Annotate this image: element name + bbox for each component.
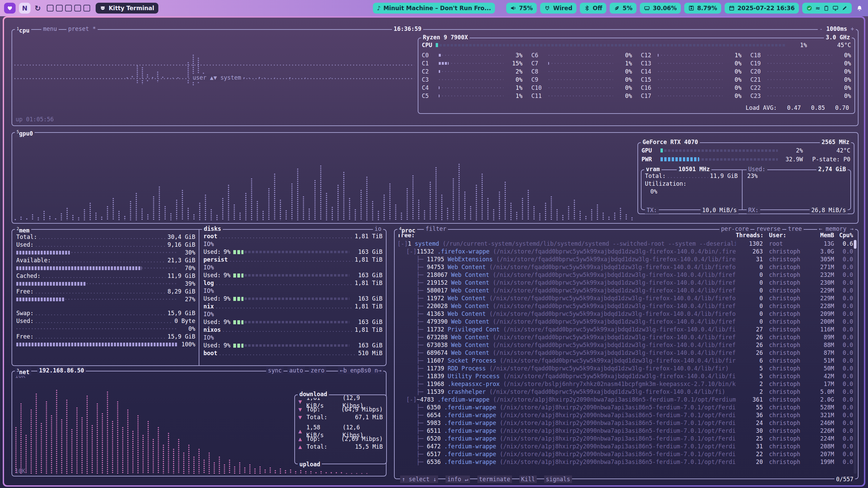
disk-io-label: IO% <box>203 310 382 318</box>
network-widget[interactable]: Wired <box>540 3 576 14</box>
process-row[interactable]: ├─ 11607 Socket Process (/nix/store/fqad… <box>396 357 853 365</box>
process-row[interactable]: ├─ 479390 Web Content (/nix/store/fqadd0… <box>396 318 853 326</box>
notification-bell-button[interactable] <box>855 3 864 14</box>
gpu-frequency-label: 2565 MHz <box>820 138 851 146</box>
process-row[interactable]: ├─ 580017 Web Content (/nix/store/fqadd0… <box>396 287 853 294</box>
process-row[interactable]: ├─ 11732 Privileged Cont (/nix/store/fqa… <box>396 326 853 333</box>
net-panel-title[interactable]: 3net <box>15 367 31 376</box>
launcher-button[interactable] <box>4 3 16 14</box>
process-row[interactable]: ├─ 11539 crashhelper (/nix/store/fqadd0b… <box>396 388 853 396</box>
reload-button[interactable]: ↻ <box>34 3 41 14</box>
cpu-total-meter-row: CPU 1% 45°C <box>422 41 851 49</box>
volume-widget[interactable]: 75% <box>506 3 537 14</box>
proc-option-toggle[interactable]: tree <box>786 225 804 232</box>
core-meter <box>548 63 613 64</box>
mem-panel-title[interactable]: 2mem <box>15 225 31 234</box>
core-meter <box>767 95 832 97</box>
core-row: C22 0% <box>750 84 851 92</box>
net-toggle-button[interactable]: auto <box>288 367 305 374</box>
process-row[interactable]: ├─ 5983 .ferdium-wrappe (/nix/store/a1pj… <box>396 419 853 427</box>
cpu-panel-title[interactable]: 1cpu <box>15 25 31 34</box>
process-row[interactable]: ├─ 11968 .keepassxc-prox (/nix/store/bsl… <box>396 380 853 388</box>
signals-control[interactable]: signals <box>544 475 572 483</box>
proc-option-toggle[interactable]: per-core <box>719 225 751 232</box>
process-row[interactable]: ├─ 6654 .ferdium-wrappe (/nix/store/a1pj… <box>396 411 853 419</box>
core-row: C17 0% <box>641 92 742 100</box>
gpu-panel-title[interactable]: 5gpu0 <box>15 128 35 137</box>
workspace-button[interactable] <box>83 5 90 12</box>
system-tray[interactable]: ≈ <box>802 3 852 14</box>
process-row[interactable]: ├─ 41363 Web Content (/nix/store/fqadd0b… <box>396 310 853 318</box>
disks-list: root1,81 TiB IO% Used: 9% 163 GiB persis… <box>203 232 382 357</box>
core-percent: 0% <box>616 51 632 59</box>
net-toggle-button[interactable]: zero <box>309 367 326 374</box>
proc-footer: ↑ select ↓ info ↵ terminate Kill signals <box>400 475 572 483</box>
process-row[interactable]: ├─ 220028 Web Content (/nix/store/fqadd0… <box>396 302 853 310</box>
select-control[interactable]: ↑ select ↓ <box>400 475 438 483</box>
cpu-temperature: 45°C <box>810 41 851 49</box>
gpu-power-watts: 32.9W <box>781 155 803 163</box>
process-row[interactable]: ├─ 673038 Web Content (/nix/store/fqadd0… <box>396 341 853 349</box>
process-row[interactable]: [-]11532 .firefox-wrappe (/nix/store/fqa… <box>396 248 853 256</box>
memory-widget[interactable]: 30.06% <box>640 3 681 14</box>
workspace-button[interactable] <box>56 5 63 12</box>
process-scrollbar[interactable] <box>854 240 856 474</box>
workspace-button[interactable] <box>47 5 54 12</box>
process-row[interactable]: ├─ 6520 .ferdium-wrappe (/nix/store/a1pj… <box>396 435 853 443</box>
core-meter <box>548 95 613 97</box>
process-row[interactable]: ├─ 6511 .ferdium-wrappe (/nix/store/a1pj… <box>396 427 853 435</box>
disk-used-row: Used: 9% 163 GiB <box>203 248 382 256</box>
core-meter <box>439 79 504 80</box>
terminate-control[interactable]: terminate <box>477 475 512 483</box>
preset-button[interactable]: preset * <box>66 25 98 33</box>
process-row[interactable]: ├─ 11739 RDD Process (/nix/store/fqadd0b… <box>396 365 853 372</box>
workspace-button[interactable] <box>74 5 81 12</box>
cpu-panel: 1cpu menu preset * 16:36:59 - 1000ms + u… <box>12 29 859 126</box>
process-row[interactable]: ├─ 6517 .ferdium-wrappe (/nix/store/a1pj… <box>396 450 853 458</box>
proc-panel-title[interactable]: 4proc <box>397 225 417 234</box>
music-player-button[interactable]: ♪ Minuit Machine – Don't Run Fro... <box>373 3 495 14</box>
menu-button[interactable]: menu <box>41 25 59 33</box>
process-row[interactable]: ├─ 673288 Web Content (/nix/store/fqadd0… <box>396 333 853 341</box>
download-label: download <box>298 390 329 398</box>
kitty-terminal-button[interactable]: Kitty Terminal <box>96 3 158 14</box>
core-id: C5 <box>422 92 436 100</box>
memory-row: Free:15,9 GiB 100% <box>16 333 195 348</box>
process-row[interactable]: ├─ 11972 Web Content (/nix/store/fqadd0b… <box>396 294 853 302</box>
disk-widget[interactable]: 8.79% <box>684 3 721 14</box>
interface-switcher[interactable]: ←b enp8s0 n→ <box>338 367 383 374</box>
process-row[interactable]: ├─ 6536 .ferdium-wrappe (/nix/store/a1pj… <box>396 458 853 466</box>
process-row[interactable]: ├─ 219152 Web Content (/nix/store/fqadd0… <box>396 279 853 287</box>
scrollbar-thumb[interactable] <box>854 240 856 249</box>
process-row[interactable]: [-]~4783 .ferdium-wrappe (/nix/store/a1p… <box>396 396 853 404</box>
workspace-button[interactable] <box>65 5 72 12</box>
interval-plus-button[interactable]: + <box>851 25 854 32</box>
sort-column-selector[interactable]: ← memory → <box>817 225 855 232</box>
net-toggle-button[interactable]: sync <box>266 367 283 374</box>
leaf-widget[interactable]: 5% <box>610 3 636 14</box>
memory-meter: 100% <box>16 341 195 348</box>
net-stat-row: ▼ Total: 67,1 MiB <box>295 413 386 421</box>
interval-minus-button[interactable]: - <box>820 25 823 32</box>
bluetooth-widget[interactable]: Off <box>580 3 606 14</box>
disks-io-toggle[interactable]: io <box>373 225 383 232</box>
process-row[interactable]: [-]1 systemd (/run/current-system/system… <box>396 240 853 248</box>
upload-label: upload <box>298 461 322 468</box>
process-row[interactable]: ├─ 6472 .ferdium-wrappe (/nix/store/a1pj… <box>396 443 853 450</box>
cpu-graph-mode-label[interactable]: user ▲▼ system <box>191 74 243 82</box>
kill-control[interactable]: Kill <box>519 475 537 483</box>
disk-entry: root1,81 TiB IO% Used: 9% 163 GiB <box>203 232 382 256</box>
process-row[interactable]: ├─ 218067 Web Content (/nix/store/fqadd0… <box>396 271 853 279</box>
filter-button[interactable]: filter <box>424 225 448 232</box>
info-control[interactable]: info ↵ <box>446 475 470 483</box>
clock-widget[interactable]: 2025-07-22 16:36 <box>725 3 799 14</box>
process-row[interactable]: ├─ 94753 Web Content (/nix/store/fqadd0b… <box>396 263 853 271</box>
process-row[interactable]: ├─ 11795 WebExtensions (/nix/store/fqadd… <box>396 256 853 263</box>
nixos-button[interactable]: N <box>19 3 31 14</box>
process-row[interactable]: ├─ 6350 .ferdium-wrappe (/nix/store/a1pj… <box>396 404 853 411</box>
disks-title[interactable]: disks <box>202 225 223 232</box>
proc-option-toggle[interactable]: reverse <box>754 225 782 232</box>
process-row[interactable]: ├─ 689674 Web Content (/nix/store/fqadd0… <box>396 349 853 357</box>
process-row[interactable]: ├─ 11839 Utility Process (/nix/store/fqa… <box>396 372 853 380</box>
update-interval-control[interactable]: - 1000ms + <box>818 25 856 33</box>
